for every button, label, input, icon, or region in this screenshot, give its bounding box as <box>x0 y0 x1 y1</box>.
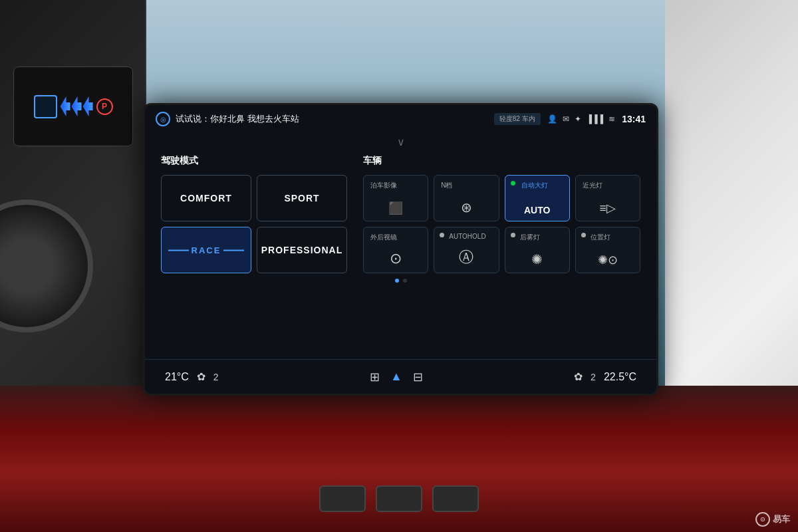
left-temp[interactable]: 21°C <box>165 371 189 383</box>
parking-camera-btn[interactable]: 泊车影像 ⬛ <box>363 175 428 221</box>
auto-light-status: AUTO <box>524 205 550 215</box>
page-indicator <box>161 273 640 284</box>
gear-n-btn[interactable]: N档 ⊛ <box>434 175 499 221</box>
vent-3 <box>432 485 479 512</box>
clock-display: 13:41 <box>622 114 646 124</box>
person-icon: 👤 <box>547 114 557 124</box>
race-line-right <box>223 249 244 251</box>
lower-dashboard <box>0 386 798 532</box>
left-fan-speed: 2 <box>213 372 219 382</box>
screen-content: 驾驶模式 COMFORT SPORT RACE <box>145 150 656 291</box>
chevron-down-icon[interactable]: ∨ <box>145 133 656 150</box>
dot-2 <box>403 279 407 283</box>
fog-dot <box>511 233 515 237</box>
low-beam-btn[interactable]: 近光灯 ≡▷ <box>575 175 640 221</box>
bottom-left-controls: 21°C ✿ 2 <box>165 370 219 383</box>
voice-prompt-area: ◎ 试试说：你好北鼻 我想去火车站 <box>156 112 299 126</box>
dot-1 <box>395 279 399 283</box>
cluster-square <box>34 95 57 118</box>
cluster-arrow-1 <box>61 96 70 116</box>
signal-bars: ▐▐▐ <box>587 114 604 124</box>
right-fan-speed: 2 <box>591 372 596 382</box>
vehicle-title: 车辆 <box>363 155 640 167</box>
rear-fog-label: 后雾灯 <box>520 233 540 242</box>
vent-2 <box>376 485 422 512</box>
race-lines-decoration: RACE <box>162 245 251 255</box>
up-arrow-icon[interactable]: ▲ <box>390 370 402 384</box>
air-vents <box>319 485 479 512</box>
header-right: 轻度82 车内 👤 ✉ ✦ ▐▐▐ ≋ 13:41 <box>494 113 646 125</box>
main-screen: ◎ 试试说：你好北鼻 我想去火车站 轻度82 车内 👤 ✉ ✦ ▐▐▐ ≋ 13… <box>143 103 658 396</box>
cluster-p-indicator: P <box>96 98 113 115</box>
bottom-right-controls: ✿ 2 22.5°C <box>574 370 636 383</box>
position-light-btn[interactable]: 位置灯 ✺⊙ <box>575 227 640 273</box>
left-fan-icon: ✿ <box>197 370 205 383</box>
cluster-arrow-2 <box>72 96 82 116</box>
low-beam-label: 近光灯 <box>583 181 602 190</box>
vehicle-panel: 车辆 泊车影像 ⬛ N档 ⊛ 自动大灯 <box>363 155 640 273</box>
professional-mode-btn[interactable]: PROFESSIONAL <box>257 227 347 273</box>
wifi-icon: ≋ <box>608 114 615 124</box>
yiche-watermark: ⊙ 易车 <box>755 512 790 527</box>
right-temp[interactable]: 22.5°C <box>604 371 636 383</box>
header-icons: 👤 ✉ ✦ ▐▐▐ ≋ <box>547 114 616 124</box>
watermark-circle: ⊙ <box>755 512 770 527</box>
autohold-dot <box>440 233 444 237</box>
position-light-label: 位置灯 <box>591 233 610 242</box>
cluster-arrow-3 <box>83 96 93 116</box>
rear-fog-btn[interactable]: 后雾灯 ✺ <box>505 227 570 273</box>
cluster-arrows <box>61 96 93 116</box>
grid-icon[interactable]: ⊞ <box>370 370 380 384</box>
mode-grid: COMFORT SPORT RACE <box>161 175 347 273</box>
mail-icon: ✉ <box>563 114 569 124</box>
pos-dot <box>581 233 586 237</box>
screen-bottom-bar: 21°C ✿ 2 ⊞ ▲ ⊟ ✿ 2 22.5°C <box>145 359 656 394</box>
screen-header: ◎ 试试说：你好北鼻 我想去火车站 轻度82 车内 👤 ✉ ✦ ▐▐▐ ≋ 13… <box>145 105 656 133</box>
comfort-mode-btn[interactable]: COMFORT <box>161 175 251 221</box>
pos-icon: ✺⊙ <box>598 253 618 267</box>
autohold-icon: Ⓐ <box>459 247 473 267</box>
camera-icon: ⬛ <box>388 201 403 215</box>
side-mirror-label: 外后视镜 <box>370 233 397 242</box>
sport-mode-btn[interactable]: SPORT <box>257 175 347 221</box>
bluetooth-icon: ✦ <box>575 114 581 124</box>
side-mirror-btn[interactable]: 外后视镜 ⊙ <box>363 227 428 273</box>
right-fan-icon: ✿ <box>574 370 583 383</box>
gear-n-label: N档 <box>441 181 452 190</box>
auto-light-label: 自动大灯 <box>521 181 548 190</box>
race-mode-btn[interactable]: RACE <box>161 227 251 273</box>
race-line-left <box>168 249 189 251</box>
voice-prompt-text: 试试说：你好北鼻 我想去火车站 <box>176 113 299 125</box>
instrument-cluster: P <box>13 66 133 146</box>
race-label: RACE <box>192 245 221 255</box>
low-beam-icon: ≡▷ <box>600 201 616 215</box>
auto-light-dot <box>511 181 515 186</box>
drive-mode-panel: 驾驶模式 COMFORT SPORT RACE <box>161 155 347 273</box>
voice-icon[interactable]: ◎ <box>156 112 170 126</box>
auto-light-btn[interactable]: 自动大灯 AUTO <box>505 175 570 221</box>
parking-camera-label: 泊车影像 <box>370 181 397 190</box>
vent-1 <box>319 485 366 512</box>
car-outline-icon[interactable]: ⊟ <box>413 370 423 384</box>
status-badge: 轻度82 车内 <box>494 113 541 125</box>
gear-icon: ⊛ <box>461 200 472 215</box>
fog-icon: ✺ <box>531 251 543 267</box>
watermark-text: 易车 <box>773 513 790 525</box>
autohold-btn[interactable]: AUTOHOLD Ⓐ <box>434 227 499 273</box>
mirror-icon: ⊙ <box>390 250 402 267</box>
content-columns: 驾驶模式 COMFORT SPORT RACE <box>161 155 640 273</box>
drive-mode-title: 驾驶模式 <box>161 155 347 167</box>
bottom-center-controls: ⊞ ▲ ⊟ <box>370 370 423 384</box>
vehicle-grid: 泊车影像 ⬛ N档 ⊛ 自动大灯 AUTO <box>363 175 640 273</box>
steering-wheel <box>0 200 93 332</box>
autohold-label: AUTOHOLD <box>449 233 485 240</box>
